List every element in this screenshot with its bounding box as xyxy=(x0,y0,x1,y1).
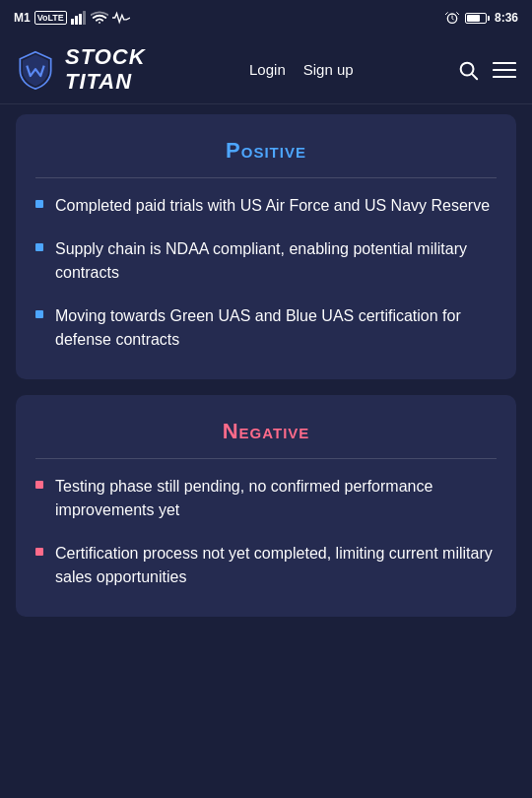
search-button[interactable] xyxy=(457,59,479,81)
wifi-icon xyxy=(91,11,108,25)
logo-area: STOCK TITAN xyxy=(16,45,146,93)
positive-bullet-list: Completed paid trials with US Air Force … xyxy=(35,194,497,352)
list-item-text: Supply chain is NDAA compliant, enabling… xyxy=(55,237,497,285)
status-bar: M1 VoLTE xyxy=(0,0,532,35)
list-item-text: Testing phase still pending, no confirme… xyxy=(55,475,497,522)
status-left: M1 VoLTE xyxy=(14,11,130,25)
nav-links: Login Sign up xyxy=(249,61,354,78)
bullet-icon xyxy=(35,243,43,251)
bullet-icon xyxy=(35,548,43,556)
signal-icon xyxy=(71,11,87,25)
positive-card: Positive Completed paid trials with US A… xyxy=(16,114,516,379)
list-item-text: Moving towards Green UAS and Blue UAS ce… xyxy=(55,304,497,352)
alarm-icon xyxy=(444,10,460,26)
bullet-icon xyxy=(35,481,43,489)
negative-card: Negative Testing phase still pending, no… xyxy=(16,395,516,617)
svg-rect-2 xyxy=(79,14,82,25)
hamburger-icon xyxy=(493,59,516,81)
list-item-text: Certification process not yet completed,… xyxy=(55,542,497,589)
svg-line-6 xyxy=(472,74,477,79)
list-item: Certification process not yet completed,… xyxy=(35,542,497,589)
svg-rect-0 xyxy=(71,19,74,25)
bullet-icon xyxy=(35,310,43,318)
negative-bullet-list: Testing phase still pending, no confirme… xyxy=(35,475,497,589)
list-item: Moving towards Green UAS and Blue UAS ce… xyxy=(35,304,497,352)
carrier-label: M1 xyxy=(14,11,31,25)
status-right: 8:36 xyxy=(444,10,518,26)
nav-icons xyxy=(457,59,516,81)
time-label: 8:36 xyxy=(495,11,518,25)
list-item: Supply chain is NDAA compliant, enabling… xyxy=(35,237,497,285)
search-icon xyxy=(457,59,479,81)
content: Positive Completed paid trials with US A… xyxy=(0,104,532,652)
signup-link[interactable]: Sign up xyxy=(303,61,354,78)
battery-icon xyxy=(465,13,490,24)
login-link[interactable]: Login xyxy=(249,61,286,78)
bullet-icon xyxy=(35,200,43,208)
svg-rect-3 xyxy=(83,11,86,25)
logo-text: STOCK TITAN xyxy=(65,45,146,93)
network-label: VoLTE xyxy=(34,11,67,25)
negative-card-title: Negative xyxy=(35,419,497,459)
logo-icon xyxy=(16,50,55,90)
list-item: Testing phase still pending, no confirme… xyxy=(35,475,497,522)
list-item: Completed paid trials with US Air Force … xyxy=(35,194,497,218)
positive-card-title: Positive xyxy=(35,138,497,178)
svg-rect-1 xyxy=(75,16,78,25)
activity-icon xyxy=(112,11,130,25)
menu-button[interactable] xyxy=(493,59,516,81)
list-item-text: Completed paid trials with US Air Force … xyxy=(55,194,490,218)
navbar: STOCK TITAN Login Sign up xyxy=(0,35,532,104)
